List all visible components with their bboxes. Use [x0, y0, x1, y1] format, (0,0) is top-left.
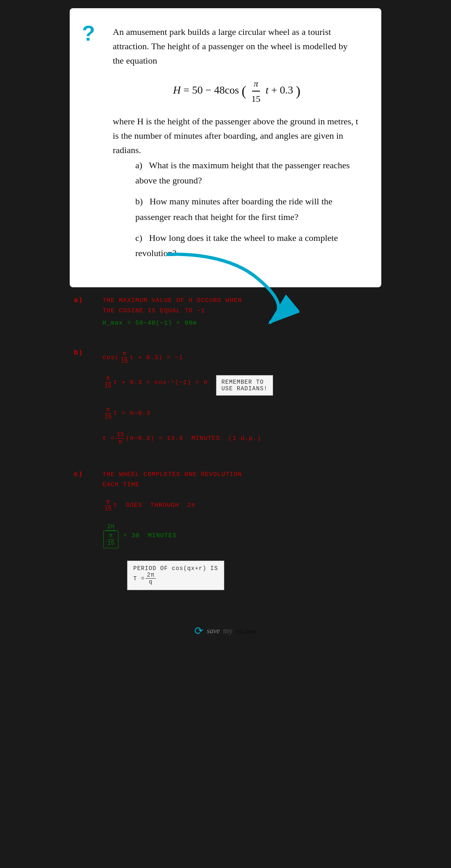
question-description: where H is the height of the passenger a…: [113, 114, 361, 158]
sub-label-a: a): [135, 160, 147, 170]
b-eq4-fraction: 15 π: [116, 431, 125, 446]
sol-a-line2: THE COSINE IS EQUAL TO −1: [102, 306, 377, 316]
sol-b-eq3: π 15 t = π−0.3: [102, 406, 377, 421]
sub-label-c: c): [135, 233, 147, 243]
c-eq2-outer-fraction: 2π π 15: [103, 523, 118, 548]
b-eq2-fraction: π 15: [103, 375, 113, 389]
period-note-line2: T = 2π q: [133, 572, 218, 586]
part-label-a: a): [74, 295, 102, 327]
sub-item-a: a) What is the maximum height that the p…: [135, 158, 361, 188]
solution-area: a) THE MAXIMUM VALUE OF H OCCURS WHEN TH…: [70, 287, 381, 615]
period-note-box: PERIOD OF cos(qx+r) IS T = 2π q: [127, 561, 224, 591]
part-row-b: b) cos( π 15 t + 0.3) = −1: [74, 348, 377, 448]
solution-section-c: c) THE WHEEL COMPLETES ONE REVOLUTION EA…: [74, 469, 377, 591]
equation-paren-close: ): [296, 83, 301, 98]
sol-c-line2: EACH TIME: [102, 480, 377, 490]
b-eq3-fraction: π 15: [103, 406, 113, 421]
part-row-c: c) THE WHEEL COMPLETES ONE REVOLUTION EA…: [74, 469, 377, 591]
solution-wrapper: a) THE MAXIMUM VALUE OF H OCCURS WHEN TH…: [70, 287, 381, 615]
solution-section-a: a) THE MAXIMUM VALUE OF H OCCURS WHEN TH…: [74, 295, 377, 327]
part-content-c: THE WHEEL COMPLETES ONE REVOLUTION EACH …: [102, 469, 377, 591]
equation-paren-open: (: [241, 83, 246, 98]
sol-c-line1: THE WHEEL COMPLETES ONE REVOLUTION: [102, 469, 377, 480]
footer-logo-icon: ⟳: [194, 625, 203, 637]
equation-fraction: π 15: [250, 76, 262, 106]
question-card: ? An amusement park builds a large circu…: [70, 8, 381, 287]
sub-label-b: b): [135, 196, 147, 206]
radians-note-box: REMEMBER TOUSE RADIANS!: [216, 375, 273, 396]
part-row-a: a) THE MAXIMUM VALUE OF H OCCURS WHEN TH…: [74, 295, 377, 327]
sol-a-result: H_max = 50−48(−1) = 98m: [102, 320, 377, 327]
footer-exams-text: exams: [236, 627, 257, 636]
sub-text-b: How many minutes after boarding the ride…: [135, 196, 333, 222]
sub-text-c: How long does it take the wheel to make …: [135, 233, 338, 258]
sol-b-eq4: t = 15 π (π−0.3) = 13.6 MINUTES (1 d.p.): [102, 431, 377, 446]
sol-b-eq1: cos( π 15 t + 0.3) = −1: [102, 350, 377, 365]
sub-text-a: What is the maximum height that the pass…: [135, 160, 350, 186]
part-content-b: cos( π 15 t + 0.3) = −1 π 15: [102, 348, 377, 448]
c-eq1-fraction: π 15: [103, 499, 113, 513]
footer-my-text: my: [223, 627, 232, 635]
part-label-b: b): [74, 348, 102, 448]
footer-save-text: save: [207, 627, 220, 635]
question-icon: ?: [82, 23, 95, 44]
equation-H: H = 50 − 48cos: [173, 84, 239, 96]
sol-c-eq1: π 15 t GOES THROUGH 2π: [102, 499, 377, 513]
b-eq1-fraction: π 15: [120, 350, 129, 365]
sol-a-line1: THE MAXIMUM VALUE OF H OCCURS WHEN: [102, 295, 377, 306]
part-label-c: c): [74, 469, 102, 591]
solution-section-b: b) cos( π 15 t + 0.3) = −1: [74, 348, 377, 448]
equation-block: H = 50 − 48cos ( π 15 t + 0.3 ): [113, 76, 361, 106]
sol-c-eq2: 2π π 15 = 30 MINUTES: [102, 523, 377, 548]
sub-item-c: c) How long does it take the wheel to ma…: [135, 230, 361, 261]
sol-b-eq2: π 15 t + 0.3 = cos⁻¹(−1) = π REMEMBER TO…: [102, 375, 377, 396]
period-note-line1: PERIOD OF cos(qx+r) IS: [133, 565, 218, 572]
equation-var: t + 0.3: [266, 84, 293, 96]
question-intro: An amusement park builds a large circula…: [113, 25, 361, 68]
period-fraction: 2π q: [146, 572, 156, 586]
sub-item-b: b) How many minutes after boarding the r…: [135, 194, 361, 224]
sub-questions: a) What is the maximum height that the p…: [135, 158, 361, 261]
question-text: An amusement park builds a large circula…: [113, 25, 361, 261]
part-content-a: THE MAXIMUM VALUE OF H OCCURS WHEN THE C…: [102, 295, 377, 327]
footer: ⟳ save my exams: [194, 625, 257, 637]
